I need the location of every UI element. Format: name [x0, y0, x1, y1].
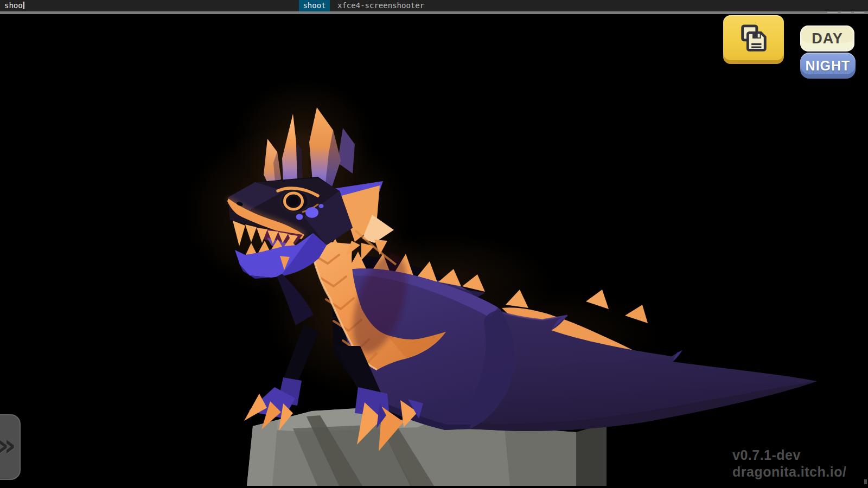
launcher-input-text: shoo: [4, 1, 23, 10]
sidebar-expand-button[interactable]: »: [0, 414, 21, 480]
viewport-3d[interactable]: [0, 0, 868, 488]
strip-dash: [827, 12, 838, 13]
version-info: v0.7.1-dev dragonita.itch.io/: [732, 447, 846, 480]
dragon-scene-svg: [0, 0, 868, 488]
launcher-input[interactable]: shoo: [4, 0, 24, 11]
site-url-label: dragonita.itch.io/: [732, 464, 846, 480]
text-cursor-icon: [23, 2, 24, 9]
corner-artifact: [864, 479, 867, 484]
day-mode-button[interactable]: DAY: [800, 25, 854, 52]
floppy-disk-icon: [738, 23, 769, 56]
launcher-match-selected[interactable]: shoot: [299, 0, 330, 11]
save-button[interactable]: [723, 15, 784, 64]
strip-dash: [854, 12, 864, 13]
window-top-strip: [0, 11, 868, 14]
night-mode-button[interactable]: NIGHT: [800, 53, 856, 79]
double-chevron-right-icon: »: [0, 427, 16, 463]
launcher-match-second[interactable]: xfce4-screenshooter: [337, 0, 424, 11]
app-screen: shoo shoot xfce4-screenshooter DAY NIGHT…: [0, 0, 868, 488]
strip-dash: [841, 12, 851, 13]
version-label: v0.7.1-dev: [732, 447, 846, 464]
launcher-bar: shoo shoot xfce4-screenshooter: [0, 0, 868, 11]
